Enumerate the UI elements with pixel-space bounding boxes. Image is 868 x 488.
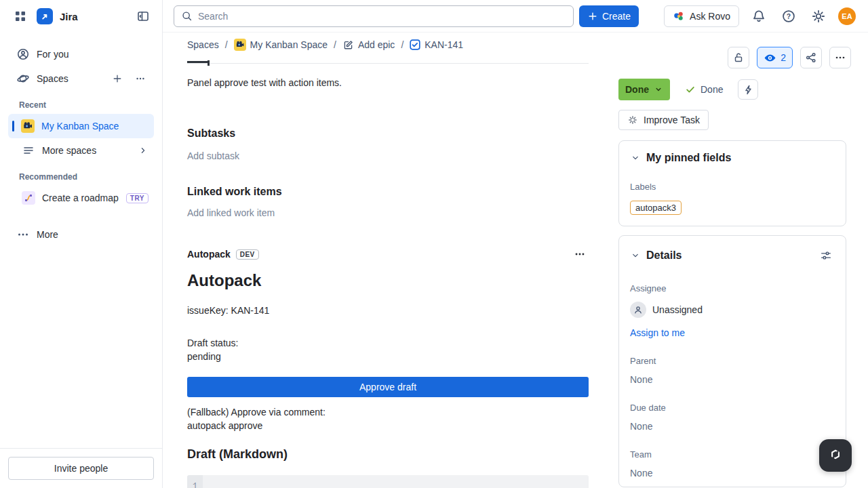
code-line-content <box>203 475 589 488</box>
add-space-button[interactable] <box>109 70 125 87</box>
sidebar-item-for-you[interactable]: For you <box>8 42 154 66</box>
details-title: Details <box>646 249 812 262</box>
sidebar-item-label: My Kanban Space <box>41 121 149 131</box>
field-label: Team <box>630 449 835 460</box>
invite-people-button[interactable]: Invite people <box>8 457 154 480</box>
sidebar-header: Jira <box>0 0 162 33</box>
sidebar-item-label: Spaces <box>37 73 102 84</box>
kanban-space-icon <box>21 119 35 133</box>
issue-actions-row: 2 <box>608 47 863 68</box>
notifications-button[interactable] <box>749 6 769 26</box>
assign-to-me-link[interactable]: Assign to me <box>630 327 685 338</box>
settings-button[interactable] <box>808 6 829 26</box>
details-header[interactable]: Details <box>630 247 835 264</box>
create-button[interactable]: Create <box>579 5 639 27</box>
field-value[interactable]: None <box>630 374 835 385</box>
ellipsis-icon <box>135 73 146 84</box>
share-button[interactable] <box>800 47 822 68</box>
plus-icon <box>587 11 598 22</box>
extension-floating-button[interactable] <box>819 439 852 472</box>
grid-icon <box>14 9 27 23</box>
unlock-icon <box>732 52 745 64</box>
help-button[interactable]: ? <box>778 6 799 26</box>
roadmap-icon <box>22 191 35 205</box>
sidebar-item-label: More spaces <box>42 145 131 156</box>
issue-description: Panel approve test with action items. <box>187 76 589 89</box>
task-checkbox-icon <box>410 39 420 50</box>
share-icon <box>805 52 817 64</box>
ask-rovo-button[interactable]: Ask Rovo <box>664 5 739 27</box>
draft-status-label: Draft status: <box>187 336 589 350</box>
bell-icon <box>751 9 766 24</box>
chevron-down-icon <box>630 250 641 261</box>
clipped-issue-title <box>187 58 589 64</box>
sidebar-item-spaces[interactable]: Spaces <box>8 66 154 91</box>
spaces-more-button[interactable] <box>132 70 149 87</box>
sidebar-item-label: For you <box>37 49 149 60</box>
person-circle-icon <box>16 47 30 61</box>
label-tag[interactable]: autopack3 <box>630 201 682 215</box>
sidebar-section-recommended: Recommended <box>8 163 154 186</box>
status-dropdown[interactable]: Done <box>618 79 670 100</box>
sidebar-nav: For you Spaces Recent M <box>0 33 162 247</box>
edit-icon <box>342 39 354 51</box>
sidebar-item-label: More <box>37 229 149 240</box>
field-value[interactable]: None <box>630 468 835 479</box>
draft-status-value: pending <box>187 350 589 363</box>
sidebar: Jira For you Spaces <box>0 0 163 488</box>
subtasks-heading: Subtasks <box>187 127 589 140</box>
breadcrumb-space[interactable]: My Kanban Space <box>234 39 328 51</box>
ellipsis-icon <box>574 248 586 260</box>
search-input[interactable] <box>198 11 566 22</box>
assignee-name: Unassigned <box>652 304 703 315</box>
watchers-button[interactable]: 2 <box>757 47 793 68</box>
sidebar-item-my-kanban-space[interactable]: My Kanban Space <box>8 114 154 138</box>
draft-markdown-heading: Draft (Markdown) <box>187 447 589 462</box>
breadcrumb-separator: / <box>401 39 403 50</box>
help-icon: ? <box>781 9 796 24</box>
resolution-indicator: Done <box>685 84 723 95</box>
lock-button[interactable] <box>728 47 749 68</box>
planet-icon <box>16 72 30 85</box>
improve-task-button[interactable]: Improve Task <box>618 110 709 130</box>
add-subtask-field[interactable]: Add subtask <box>187 150 589 161</box>
approve-draft-button[interactable]: Approve draft <box>187 377 589 397</box>
main-content: Spaces / My Kanban Space / Add epic / KA… <box>187 38 589 488</box>
user-avatar[interactable]: EA <box>838 7 856 25</box>
app-switcher-button[interactable] <box>11 7 30 26</box>
pinned-fields-header[interactable]: My pinned fields <box>630 152 835 164</box>
automation-button[interactable] <box>738 79 758 100</box>
search-box[interactable] <box>174 5 574 27</box>
details-field-team: Team None <box>630 449 835 479</box>
eye-icon <box>764 52 776 64</box>
fallback-command: autopack approve <box>187 419 589 432</box>
details-field-parent: Parent None <box>630 356 835 385</box>
collapse-sidebar-icon <box>136 9 150 23</box>
assignee-value[interactable]: Unassigned <box>630 302 835 318</box>
sidebar-item-create-roadmap[interactable]: Create a roadmap TRY <box>8 186 154 210</box>
status-row: Done Done <box>608 79 863 100</box>
linked-work-items-heading: Linked work items <box>187 186 589 198</box>
more-actions-button[interactable] <box>829 47 851 68</box>
create-button-label: Create <box>602 11 631 22</box>
draft-code-block[interactable]: 1 <box>187 475 589 488</box>
sidebar-item-more[interactable]: More <box>8 222 154 247</box>
code-line-number: 1 <box>187 475 203 488</box>
rovo-icon <box>673 10 685 22</box>
panel-more-button[interactable] <box>571 245 589 263</box>
ellipsis-icon <box>16 228 30 241</box>
pinned-fields-title: My pinned fields <box>646 152 835 164</box>
field-value[interactable]: None <box>630 421 835 432</box>
check-icon <box>685 84 696 95</box>
add-linked-work-item-field[interactable]: Add linked work item <box>187 207 589 218</box>
assignee-label: Assignee <box>630 283 835 293</box>
sidebar-item-more-spaces[interactable]: More spaces <box>8 138 154 163</box>
configure-fields-button[interactable] <box>817 247 835 264</box>
autopack-heading: Autopack <box>187 271 589 290</box>
list-lines-icon <box>22 144 35 157</box>
collapse-sidebar-button[interactable] <box>134 7 153 26</box>
breadcrumb-spaces[interactable]: Spaces <box>187 39 219 50</box>
breadcrumb-issue[interactable]: KAN-141 <box>410 39 463 50</box>
breadcrumb-space-label: My Kanban Space <box>250 39 328 50</box>
breadcrumb-add-epic[interactable]: Add epic <box>342 39 395 51</box>
